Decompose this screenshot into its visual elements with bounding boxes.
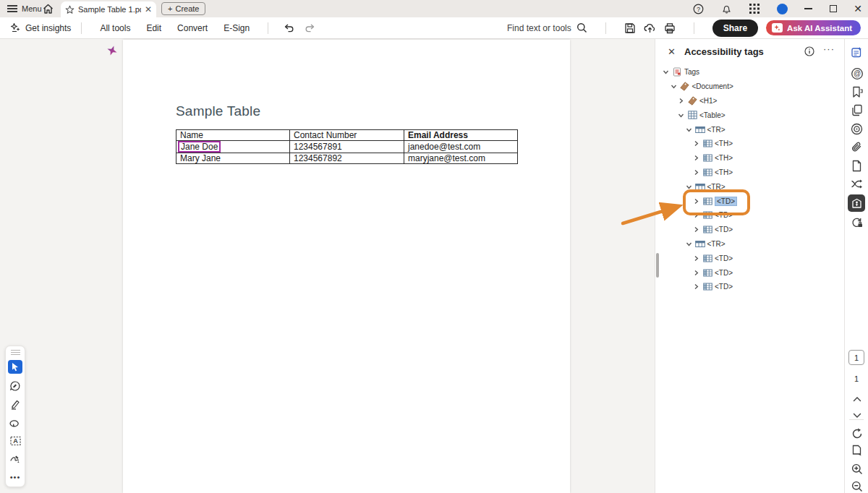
previous-page-button[interactable] xyxy=(850,392,864,406)
tree-row-label[interactable]: <TH> xyxy=(715,140,733,147)
tree-row[interactable]: <Document> xyxy=(655,80,845,94)
document-viewport[interactable]: Sample Table Name Contact Number Email A… xyxy=(0,39,655,493)
select-tool[interactable] xyxy=(8,360,22,374)
tree-row[interactable]: <TR> xyxy=(655,179,845,194)
chevron-icon[interactable] xyxy=(692,269,700,277)
info-icon[interactable] xyxy=(804,46,814,59)
tree-row[interactable]: <H1> xyxy=(655,94,845,108)
pdf-page[interactable]: Sample Table Name Contact Number Email A… xyxy=(123,40,570,493)
chevron-icon[interactable] xyxy=(692,140,700,147)
data-cell[interactable]: 1234567892 xyxy=(290,153,404,164)
tree-row-label[interactable]: <TD> xyxy=(715,226,733,233)
cloud-upload-icon[interactable] xyxy=(644,22,656,34)
tree-row-label[interactable]: <Table> xyxy=(699,111,726,119)
tree-row-label[interactable]: <TD> xyxy=(715,283,733,291)
tree-row-label[interactable]: <Document> xyxy=(692,82,733,90)
generative-summary-icon[interactable] xyxy=(850,46,864,59)
page-icon[interactable] xyxy=(850,159,864,173)
chevron-icon[interactable] xyxy=(685,183,693,191)
selected-cell-highlight[interactable]: Jane Doe xyxy=(178,141,221,153)
help-icon[interactable]: ? xyxy=(692,3,704,14)
tree-row-label[interactable]: <TD> xyxy=(715,211,733,219)
convert-protect-icon[interactable] xyxy=(850,215,864,229)
chevron-icon[interactable] xyxy=(692,254,700,262)
window-maximize-button[interactable] xyxy=(830,5,837,12)
nav-edit[interactable]: Edit xyxy=(146,23,161,33)
drag-handle[interactable] xyxy=(11,350,20,355)
bookmark-icon[interactable] xyxy=(850,85,864,99)
apps-grid-icon[interactable] xyxy=(749,3,760,14)
data-cell[interactable]: janedoe@test.com xyxy=(404,141,518,153)
tree-row[interactable]: <TD> xyxy=(655,265,845,280)
lasso-tool[interactable] xyxy=(6,413,25,432)
share-button[interactable]: Share xyxy=(712,20,758,37)
chevron-icon[interactable] xyxy=(692,168,700,176)
rotate-page-icon[interactable] xyxy=(850,426,864,440)
attachment-icon[interactable] xyxy=(850,140,864,154)
tree-row[interactable]: Tags xyxy=(655,65,845,80)
save-icon[interactable] xyxy=(624,22,636,34)
tree-row[interactable]: <TD> xyxy=(655,194,845,208)
tree-row-label[interactable]: <TH> xyxy=(715,154,733,162)
chevron-icon[interactable] xyxy=(692,154,700,162)
chevron-icon[interactable] xyxy=(670,82,678,90)
star-icon[interactable] xyxy=(65,5,75,14)
chevron-icon[interactable] xyxy=(677,97,685,105)
print-icon[interactable] xyxy=(664,22,676,34)
highlight-tool[interactable] xyxy=(6,395,25,413)
find-tools-button[interactable]: Find text or tools xyxy=(507,22,587,33)
chevron-icon[interactable] xyxy=(685,240,693,248)
tree-row-label[interactable]: Tags xyxy=(684,68,699,76)
tree-row-label[interactable]: <TD> xyxy=(715,197,737,206)
chevron-icon[interactable] xyxy=(677,111,685,119)
zoom-out-icon[interactable] xyxy=(850,479,864,493)
tab-close-icon[interactable]: ✕ xyxy=(145,5,152,14)
chevron-icon[interactable] xyxy=(685,126,693,134)
text-box-tool[interactable]: A xyxy=(6,432,25,450)
tree-row-label[interactable]: <TD> xyxy=(715,254,733,262)
sign-tool[interactable] xyxy=(6,450,25,468)
data-cell[interactable]: maryjane@test.com xyxy=(404,153,518,164)
undo-icon[interactable] xyxy=(283,23,294,33)
page-number-input[interactable]: 1 xyxy=(848,350,864,365)
tree-row[interactable]: <TR> xyxy=(655,237,845,252)
redo-icon[interactable] xyxy=(305,23,316,33)
panel-close-icon[interactable]: ✕ xyxy=(668,47,676,56)
next-page-button[interactable] xyxy=(850,408,864,422)
tree-row[interactable]: <TD> xyxy=(655,208,845,223)
tree-row[interactable]: <Table> xyxy=(655,108,845,122)
chevron-icon[interactable] xyxy=(692,226,700,233)
data-cell[interactable]: Jane Doe xyxy=(176,141,290,153)
shuffle-arrows-icon[interactable] xyxy=(850,177,864,191)
page-options-icon[interactable] xyxy=(850,444,864,458)
nav-esign[interactable]: E-Sign xyxy=(224,23,250,33)
tree-row-label[interactable]: <TH> xyxy=(715,168,733,176)
comment-at-icon[interactable]: @ xyxy=(850,67,864,80)
organize-pages-icon[interactable] xyxy=(850,103,864,117)
tree-row[interactable]: <TD> xyxy=(655,251,845,265)
tree-row-label[interactable]: <TD> xyxy=(715,269,733,277)
nav-convert[interactable]: Convert xyxy=(177,23,208,33)
menu-button[interactable]: Menu xyxy=(7,0,42,17)
tree-row-label[interactable]: <H1> xyxy=(699,97,717,105)
zoom-in-icon[interactable] xyxy=(850,462,864,476)
data-cell[interactable]: 1234567891 xyxy=(290,141,404,153)
tree-row[interactable]: <TH> xyxy=(655,137,845,151)
panel-more-icon[interactable]: ··· xyxy=(823,43,835,54)
home-icon[interactable] xyxy=(42,3,54,15)
data-cell[interactable]: Mary Jane xyxy=(176,153,290,164)
tree-row[interactable]: <TD> xyxy=(655,223,845,237)
tree-row-label[interactable]: <TR> xyxy=(707,183,726,191)
get-insights-button[interactable]: Get insights xyxy=(10,22,71,33)
window-close-button[interactable]: ✕ xyxy=(854,4,862,14)
tree-row[interactable]: <TH> xyxy=(655,151,845,166)
notifications-bell-icon[interactable] xyxy=(720,3,732,14)
document-tab[interactable]: Sample Table 1.pdf ✕ xyxy=(61,1,156,17)
chevron-icon[interactable] xyxy=(692,283,700,291)
tree-row[interactable]: <TR> xyxy=(655,122,845,137)
profile-avatar[interactable] xyxy=(777,4,788,14)
chevron-icon[interactable] xyxy=(692,211,700,219)
comment-tool[interactable] xyxy=(6,377,25,395)
create-tab-button[interactable]: + Create xyxy=(161,2,205,15)
more-tools-button[interactable]: ••• xyxy=(6,468,25,486)
